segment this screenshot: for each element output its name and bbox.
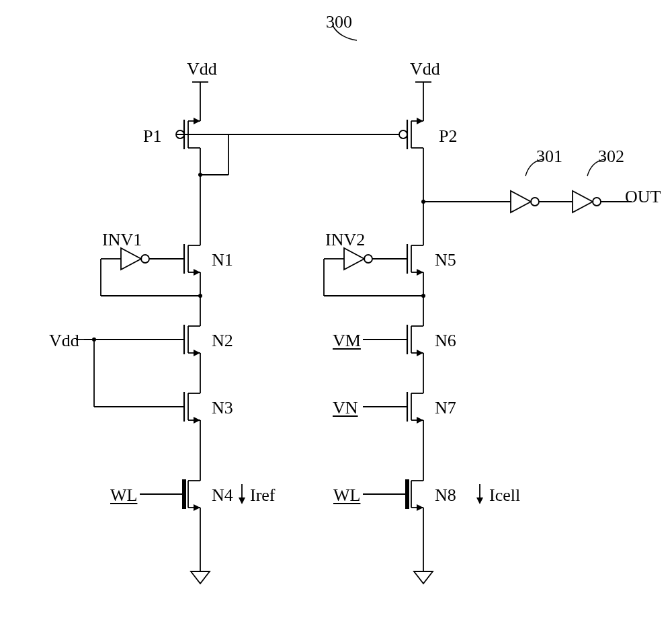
p2-label: P2 xyxy=(439,126,457,147)
n5-label: N5 xyxy=(435,250,456,270)
iref-label: Iref xyxy=(250,485,276,506)
n8-label: N8 xyxy=(435,485,456,506)
p1-label: P1 xyxy=(143,126,161,147)
n2-label: N2 xyxy=(212,331,233,351)
inv1-label: INV1 xyxy=(102,230,142,250)
n1-label: N1 xyxy=(212,250,233,270)
vn-label: VN xyxy=(333,398,358,418)
icell-label: Icell xyxy=(489,485,520,506)
vm-label: VM xyxy=(333,331,361,351)
reference-label: 300 xyxy=(326,12,352,32)
vdd-right-label: Vdd xyxy=(410,59,440,79)
wl-right-label: WL xyxy=(333,485,360,506)
vdd-gate-label: Vdd xyxy=(49,331,79,351)
svg-point-51 xyxy=(92,337,96,342)
wl-left-label: WL xyxy=(110,485,137,506)
inv2-label: INV2 xyxy=(325,230,365,250)
vdd-left-label: Vdd xyxy=(187,59,217,79)
output-label: OUT xyxy=(625,187,661,207)
ref-302-label: 302 xyxy=(598,147,624,167)
n3-label: N3 xyxy=(212,398,233,418)
n6-label: N6 xyxy=(435,331,456,351)
n7-label: N7 xyxy=(435,398,456,418)
ref-301-label: 301 xyxy=(536,147,562,167)
n4-label: N4 xyxy=(212,485,233,506)
